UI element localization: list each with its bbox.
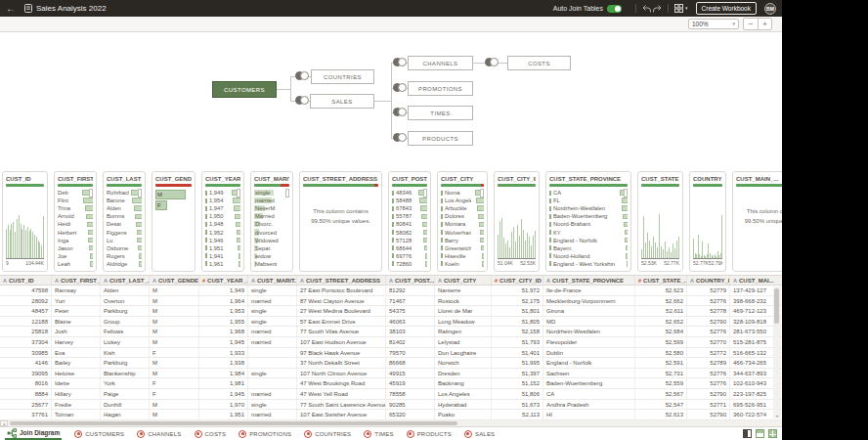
redo-button[interactable] bbox=[652, 4, 662, 14]
tab-products[interactable]: PRODUCTS bbox=[407, 430, 452, 438]
diagram-node-products[interactable]: PRODUCTS bbox=[408, 131, 473, 146]
table-row: 28092YuriOvertonM1,964married87 West Cla… bbox=[0, 296, 782, 307]
table-cell: 81292 bbox=[386, 286, 435, 295]
tab-channels[interactable]: CHANNELS bbox=[137, 430, 181, 438]
column-header-country-id[interactable]: ACOUNTRY_ID bbox=[687, 276, 730, 285]
column-header-cust-first[interactable]: ACUST_FIRST_... bbox=[52, 276, 101, 285]
value-row: 1,961 bbox=[205, 260, 240, 268]
value-row: 80841 bbox=[392, 220, 427, 228]
diagram-node-countries[interactable]: COUNTRIES bbox=[311, 69, 374, 84]
tab-promotions[interactable]: PROMOTIONS bbox=[239, 430, 291, 438]
frequency-bar bbox=[626, 253, 628, 259]
table-cell: 81402 bbox=[386, 337, 435, 347]
diagram-node-times[interactable]: TIMES bbox=[408, 106, 473, 120]
scrollbar-thumb[interactable] bbox=[774, 288, 779, 324]
column-header-cust-city[interactable]: ACUST_CITY bbox=[435, 276, 492, 285]
tab-times[interactable]: TIMES bbox=[364, 430, 393, 438]
data-only-view-icon[interactable] bbox=[768, 429, 777, 438]
table-cell: 51,995 bbox=[492, 358, 543, 368]
column-header-cust-street-address[interactable]: ACUST_STREET_ADDRESS bbox=[297, 276, 386, 285]
tab-countries[interactable]: COUNTRIES bbox=[304, 430, 351, 438]
value-row: Noma bbox=[441, 189, 484, 197]
diagram-node-promotions[interactable]: PROMOTIONS bbox=[408, 81, 473, 96]
column-header-cust-id[interactable]: ACUST_ID bbox=[0, 276, 52, 285]
preview-card-cust-state-province[interactable]: CUST_STATE_PROVINCECAFLNordrhein-Westfal… bbox=[545, 171, 631, 272]
diagram-node-customers[interactable]: CUSTOMERS bbox=[212, 81, 277, 98]
auto-join-label: Auto Join Tables bbox=[553, 5, 603, 12]
join-icon[interactable] bbox=[393, 58, 407, 67]
preview-card-cust-city[interactable]: CUST_CITYNomaLos AngelesArbuckleDoloresM… bbox=[437, 171, 488, 272]
avatar[interactable]: BM bbox=[764, 3, 776, 15]
column-header-cust-post[interactable]: ACUST_POST... bbox=[386, 276, 435, 285]
tab-customers[interactable]: CUSTOMERS bbox=[74, 430, 124, 438]
column-header-cust-mai[interactable]: ACUST_MAI... bbox=[730, 276, 782, 285]
value-row: 69776 bbox=[392, 252, 427, 260]
back-icon[interactable]: ← bbox=[6, 4, 16, 14]
value-row: FL bbox=[549, 197, 628, 204]
column-header-cust-state-province[interactable]: ACUST_STATE_PROVINCE bbox=[543, 276, 635, 285]
frequency-bar bbox=[239, 261, 240, 267]
scrollbar-thumb[interactable] bbox=[423, 189, 427, 198]
column-header-cust-state[interactable]: #CUST_STATE_... bbox=[635, 276, 687, 285]
join-icon[interactable] bbox=[393, 133, 407, 143]
preview-card-cust-main[interactable]: CUST_MAIN_...This column contains 99.50%… bbox=[732, 171, 782, 272]
scrollbar-thumb[interactable] bbox=[285, 189, 289, 198]
frequency-bar bbox=[549, 198, 551, 203]
diagram-node-costs[interactable]: COSTS bbox=[507, 56, 571, 70]
tab-sales[interactable]: SALES bbox=[464, 430, 495, 438]
frequency-bar bbox=[139, 261, 142, 267]
frequency-bar bbox=[392, 238, 394, 242]
view-options-button[interactable]: ▾ bbox=[674, 4, 688, 13]
preview-card-cust-street-address[interactable]: CUST_STREET_ADDRESSThis column contains … bbox=[299, 171, 382, 272]
create-workbook-button[interactable]: Create Workbook bbox=[696, 2, 757, 15]
tab-join-diagram[interactable]: Join Diagram bbox=[5, 427, 62, 440]
scroll-down-icon[interactable]: ▾ bbox=[773, 413, 781, 419]
preview-card-cust-gender[interactable]: CUST_GENDERMF bbox=[152, 171, 195, 272]
join-icon[interactable] bbox=[393, 83, 407, 93]
preview-card-cust-id[interactable]: CUST_ID9104.44K bbox=[2, 171, 48, 272]
preview-card-country-id[interactable]: COUNTRY_ID52.77K52.79K bbox=[689, 171, 726, 272]
scrollbar-thumb[interactable] bbox=[10, 421, 457, 425]
zoom-select[interactable]: 100% ▾ bbox=[688, 19, 739, 29]
preview-card-cust-first-n[interactable]: CUST_FIRST_N...DebFlintTrinaArnoldHeidiH… bbox=[54, 171, 97, 272]
preview-card-cust-year-of[interactable]: CUST_YEAR_OF...1,9491,9541,9471,9501,948… bbox=[201, 171, 244, 272]
preview-card-cust-state-pr[interactable]: CUST_STATE_PR...52.53K52.77K bbox=[637, 171, 683, 272]
scrollbar-thumb[interactable] bbox=[89, 189, 93, 198]
scrollbar-thumb[interactable] bbox=[138, 189, 142, 198]
column-header-cust-gender[interactable]: ACUST_GENDER bbox=[150, 276, 199, 285]
column-header-cust-marit[interactable]: ACUST_MARIT... bbox=[248, 276, 297, 285]
preview-card-cust-marital[interactable]: CUST_MARITAL...singlemarriedNeverMMarrie… bbox=[250, 171, 293, 272]
table-cell: single bbox=[248, 400, 297, 410]
value-row: 68644 bbox=[392, 244, 427, 252]
tab-costs[interactable]: COSTS bbox=[195, 430, 227, 438]
column-header-cust-city-id[interactable]: #CUST_CITY_ID bbox=[492, 276, 543, 285]
zoom-in-button[interactable]: + bbox=[758, 19, 771, 29]
auto-join-toggle[interactable] bbox=[607, 5, 622, 13]
data-preview-table: 47598RamsayAldenM1,949single27 East Pont… bbox=[0, 286, 782, 420]
join-icon[interactable] bbox=[393, 108, 407, 117]
diagram-node-sales[interactable]: SALES bbox=[310, 94, 374, 109]
table-cell: 52779 bbox=[687, 286, 730, 295]
scrollbar-thumb[interactable] bbox=[624, 189, 628, 198]
zoom-out-button[interactable]: − bbox=[744, 19, 758, 29]
frequency-bar bbox=[90, 253, 93, 259]
table-cell: 37761 bbox=[0, 410, 52, 419]
vertical-scrollbar[interactable]: ▾ bbox=[773, 286, 781, 418]
join-icon[interactable] bbox=[485, 58, 499, 67]
diagram-only-view-icon[interactable] bbox=[743, 429, 752, 438]
frequency-bar bbox=[419, 198, 427, 203]
preview-card-cust-postal[interactable]: CUST_POSTAL_...4834658488678435578780841… bbox=[388, 171, 431, 272]
scrollbar-thumb[interactable] bbox=[480, 189, 484, 198]
undo-button[interactable] bbox=[642, 4, 652, 14]
scrollbar-thumb[interactable] bbox=[237, 189, 240, 198]
tab-label: SALES bbox=[475, 431, 495, 437]
join-icon[interactable] bbox=[295, 96, 309, 106]
join-icon[interactable] bbox=[295, 71, 309, 81]
diagram-node-channels[interactable]: CHANNELS bbox=[408, 56, 473, 70]
column-header-cust-last[interactable]: ACUST_LAST_... bbox=[101, 276, 150, 285]
value-row: Baden-Wuerttemberg bbox=[549, 212, 628, 220]
preview-card-cust-last-na[interactable]: CUST_LAST_NA...RohrbackBaroneAldenBurnns… bbox=[103, 171, 146, 272]
preview-card-cust-city-id[interactable]: CUST_CITY_ID51.04K52.53K bbox=[494, 171, 540, 272]
split-view-icon[interactable] bbox=[756, 429, 764, 438]
column-header-cust-year[interactable]: #CUST_YEAR_... bbox=[199, 276, 248, 285]
